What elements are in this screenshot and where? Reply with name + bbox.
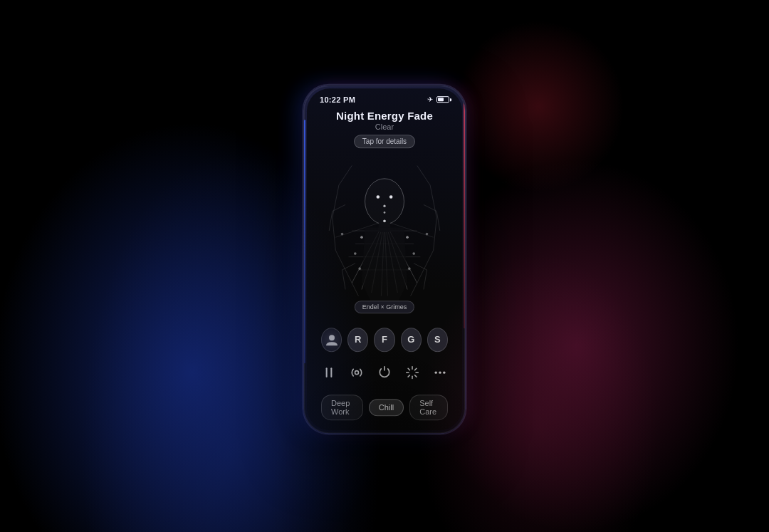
airplane-icon: ✈: [427, 95, 433, 103]
svg-line-40: [408, 375, 409, 376]
avatars-row: R F G S: [307, 322, 462, 356]
phone-device: 10:22 PM ✈ Night Energy Fade Clear Tap f…: [303, 85, 466, 434]
svg-point-26: [383, 219, 386, 222]
svg-point-25: [408, 267, 411, 270]
svg-line-38: [414, 375, 416, 376]
pause-button[interactable]: [321, 360, 338, 385]
svg-point-20: [360, 236, 363, 239]
scene: 10:22 PM ✈ Night Energy Fade Clear Tap f…: [0, 0, 769, 532]
avatar-s[interactable]: S: [427, 328, 448, 352]
svg-point-41: [434, 371, 436, 373]
controls-row: [307, 356, 462, 390]
status-time: 10:22 PM: [320, 95, 355, 104]
phone-screen: 10:22 PM ✈ Night Energy Fade Clear Tap f…: [307, 88, 462, 430]
status-icons: ✈: [427, 95, 449, 103]
svg-line-39: [414, 368, 416, 370]
signal-button[interactable]: [349, 360, 365, 385]
phone-left-edge: [304, 120, 305, 363]
svg-point-21: [406, 236, 409, 239]
body-visualization: [307, 152, 462, 322]
status-bar: 10:22 PM ✈: [307, 88, 462, 107]
svg-point-17: [389, 195, 393, 199]
more-button[interactable]: [431, 360, 448, 385]
app-subtitle: Clear: [321, 122, 448, 131]
svg-point-27: [341, 232, 344, 235]
svg-point-18: [383, 204, 385, 207]
svg-point-22: [354, 252, 357, 255]
avatar-f[interactable]: F: [374, 328, 394, 352]
avatar-g[interactable]: G: [401, 328, 422, 352]
svg-point-29: [329, 335, 335, 340]
phone-right-edge: [464, 85, 465, 329]
svg-point-16: [377, 195, 380, 199]
power-button[interactable]: [377, 360, 393, 385]
svg-line-37: [408, 368, 409, 370]
tab-chill[interactable]: Chill: [369, 399, 404, 416]
svg-point-24: [358, 267, 361, 270]
svg-point-28: [426, 232, 429, 235]
sparkle-button[interactable]: [404, 360, 420, 385]
visual-area: Endel × Grimes: [307, 152, 462, 322]
battery-icon: [436, 96, 449, 103]
svg-point-19: [384, 212, 386, 214]
svg-point-23: [412, 252, 415, 255]
avatar-profile[interactable]: [321, 328, 342, 352]
tab-deep-work[interactable]: Deep Work: [321, 395, 363, 420]
avatar-r[interactable]: R: [347, 328, 368, 352]
collab-badge: Endel × Grimes: [355, 301, 414, 313]
svg-point-43: [443, 371, 445, 373]
battery-fill: [438, 98, 444, 101]
svg-point-42: [439, 371, 441, 373]
svg-point-14: [365, 178, 404, 224]
svg-point-32: [355, 370, 359, 374]
tab-self-care[interactable]: Self Care: [409, 395, 448, 420]
app-title: Night Energy Fade: [321, 110, 448, 122]
app-header: Night Energy Fade Clear Tap for details: [307, 107, 462, 152]
tap-details-button[interactable]: Tap for details: [354, 135, 415, 148]
category-tabs: Deep Work Chill Self Care: [307, 390, 462, 430]
